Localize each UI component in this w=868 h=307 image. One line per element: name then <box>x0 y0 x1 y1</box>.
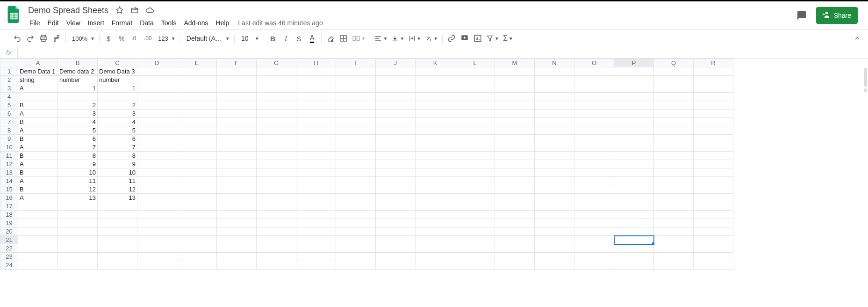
cell[interactable] <box>217 152 257 160</box>
cell[interactable] <box>257 152 296 160</box>
cell[interactable] <box>137 261 177 270</box>
cell[interactable] <box>217 126 257 135</box>
cell[interactable] <box>18 202 58 211</box>
cell[interactable] <box>177 160 217 168</box>
cell[interactable] <box>654 244 694 253</box>
cell[interactable] <box>416 227 455 236</box>
cell[interactable] <box>296 126 336 135</box>
cell[interactable] <box>654 118 694 126</box>
cell[interactable] <box>217 67 257 76</box>
cell[interactable] <box>535 135 574 143</box>
zoom-select[interactable]: 100%▼ <box>69 32 96 44</box>
row-header[interactable]: 22 <box>0 244 18 253</box>
cell[interactable] <box>296 219 336 227</box>
cell[interactable] <box>58 227 98 236</box>
cell[interactable] <box>455 253 495 261</box>
cell[interactable] <box>535 118 574 126</box>
insert-comment-icon[interactable] <box>459 32 471 44</box>
spreadsheet-grid[interactable]: ABCDEFGHIJKLMNOPQR1Demo Data 1Demo data … <box>0 58 733 270</box>
paint-format-icon[interactable] <box>50 32 63 44</box>
cell[interactable] <box>217 185 257 194</box>
cell[interactable] <box>495 67 535 76</box>
cell[interactable] <box>416 194 455 202</box>
cell[interactable] <box>416 101 455 110</box>
cell[interactable] <box>296 177 336 185</box>
text-wrap-icon[interactable]: ▼ <box>407 32 423 44</box>
cell[interactable] <box>455 93 495 101</box>
cell[interactable] <box>137 177 177 185</box>
menu-edit[interactable]: Edit <box>44 17 62 29</box>
cell[interactable] <box>614 261 654 270</box>
cell[interactable]: 1 <box>58 84 98 93</box>
cell[interactable] <box>495 84 535 93</box>
cell[interactable] <box>336 219 376 227</box>
cell[interactable]: Demo Data 1 <box>18 67 58 76</box>
cell[interactable] <box>257 135 296 143</box>
borders-icon[interactable] <box>337 32 350 44</box>
cell[interactable] <box>614 211 654 219</box>
column-header[interactable]: G <box>257 59 296 67</box>
cell[interactable] <box>654 202 694 211</box>
cell[interactable] <box>257 143 296 152</box>
cell[interactable] <box>257 84 296 93</box>
cell[interactable] <box>376 236 416 244</box>
column-header[interactable]: O <box>574 59 614 67</box>
font-select[interactable]: Default (Ari...▼ <box>183 32 231 44</box>
cell[interactable] <box>574 110 614 118</box>
cell[interactable] <box>416 67 455 76</box>
cell[interactable] <box>416 219 455 227</box>
row-header[interactable]: 10 <box>0 143 18 152</box>
cell[interactable] <box>495 261 535 270</box>
cell[interactable] <box>614 160 654 168</box>
cell[interactable] <box>416 236 455 244</box>
cell[interactable] <box>376 253 416 261</box>
cell[interactable] <box>376 135 416 143</box>
cell[interactable] <box>495 126 535 135</box>
cell[interactable] <box>98 227 137 236</box>
cell[interactable] <box>455 202 495 211</box>
cell[interactable] <box>18 219 58 227</box>
cell[interactable] <box>455 219 495 227</box>
cell[interactable] <box>694 261 733 270</box>
cell[interactable] <box>98 211 137 219</box>
cell[interactable] <box>18 236 58 244</box>
star-icon[interactable] <box>114 5 125 16</box>
cell[interactable] <box>535 168 574 177</box>
cell[interactable] <box>296 152 336 160</box>
cell[interactable] <box>336 101 376 110</box>
cell[interactable] <box>217 236 257 244</box>
cell[interactable] <box>416 244 455 253</box>
cell[interactable] <box>98 219 137 227</box>
row-header[interactable]: 18 <box>0 211 18 219</box>
cell[interactable] <box>217 227 257 236</box>
row-header[interactable]: 4 <box>0 93 18 101</box>
cell[interactable] <box>495 219 535 227</box>
cell[interactable]: 2 <box>58 101 98 110</box>
cell[interactable] <box>217 211 257 219</box>
font-size-select[interactable]: 10▼ <box>237 32 261 44</box>
cell[interactable] <box>416 152 455 160</box>
cell[interactable] <box>217 143 257 152</box>
cell[interactable]: A <box>18 143 58 152</box>
cell[interactable] <box>336 135 376 143</box>
cell[interactable] <box>18 244 58 253</box>
cell[interactable] <box>257 194 296 202</box>
row-header[interactable]: 24 <box>0 261 18 270</box>
cell[interactable] <box>654 227 694 236</box>
cell[interactable] <box>495 152 535 160</box>
column-header[interactable]: N <box>535 59 574 67</box>
cell[interactable] <box>296 110 336 118</box>
cell[interactable] <box>654 126 694 135</box>
last-edit-link[interactable]: Last edit was 46 minutes ago <box>238 17 323 29</box>
cell[interactable] <box>694 177 733 185</box>
cell[interactable]: A <box>18 194 58 202</box>
undo-icon[interactable] <box>11 32 23 44</box>
cell[interactable] <box>535 202 574 211</box>
cell[interactable] <box>694 143 733 152</box>
cell[interactable]: 8 <box>58 152 98 160</box>
cell[interactable] <box>177 152 217 160</box>
menu-data[interactable]: Data <box>136 17 157 29</box>
cell[interactable] <box>694 118 733 126</box>
cell[interactable] <box>614 76 654 84</box>
text-rotation-icon[interactable]: ▼ <box>423 32 439 44</box>
